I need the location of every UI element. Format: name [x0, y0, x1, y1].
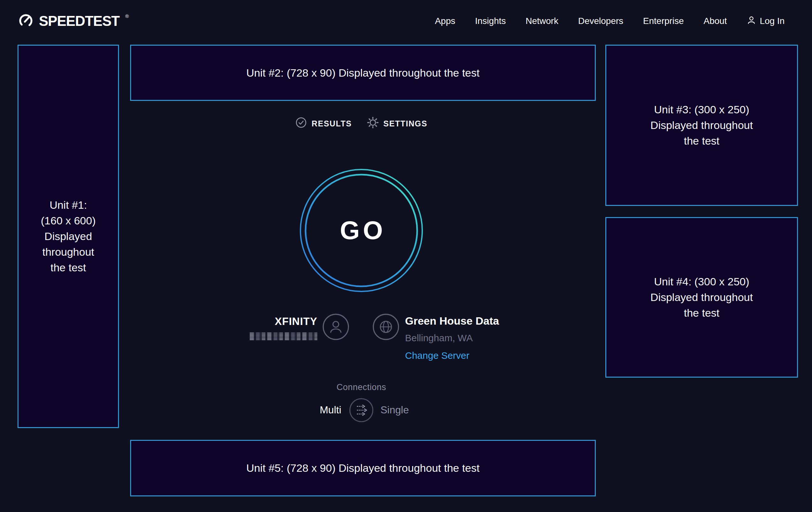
- ad-unit-1: Unit #1: (160 x 600) Displayed throughou…: [18, 45, 119, 428]
- ad-unit-4-label: Unit #4: (300 x 250) Displayed throughou…: [650, 274, 753, 321]
- isp-name: XFINITY: [250, 315, 317, 327]
- tab-results[interactable]: RESULTS: [295, 117, 352, 130]
- isp-user-icon: [322, 314, 349, 340]
- ad-unit-3: Unit #3: (300 x 250) Displayed throughou…: [605, 45, 798, 206]
- gauge-icon: [18, 12, 34, 30]
- tab-settings[interactable]: SETTINGS: [367, 117, 427, 130]
- nav-item-insights[interactable]: Insights: [475, 16, 506, 26]
- nav-item-about[interactable]: About: [703, 16, 727, 26]
- nav-item-enterprise[interactable]: Enterprise: [643, 16, 684, 26]
- ad-unit-4: Unit #4: (300 x 250) Displayed throughou…: [605, 217, 798, 378]
- go-label: GO: [299, 168, 424, 293]
- nav-item-apps[interactable]: Apps: [435, 16, 456, 26]
- ad-unit-1-label: Unit #1: (160 x 600) Displayed throughou…: [41, 197, 96, 275]
- registered-mark: ®: [125, 14, 129, 19]
- isp-info: XFINITY: [250, 315, 317, 340]
- speedtest-page: SPEEDTEST® Apps Insights Network Develop…: [0, 0, 812, 512]
- login-button[interactable]: Log In: [747, 15, 785, 27]
- go-button[interactable]: GO: [299, 168, 424, 293]
- ad-unit-3-label: Unit #3: (300 x 250) Displayed throughou…: [650, 102, 753, 149]
- tabs-bar: RESULTS SETTING: [295, 117, 427, 130]
- speedtest-logo[interactable]: SPEEDTEST®: [18, 12, 128, 30]
- change-server-link[interactable]: Change Server: [405, 350, 469, 361]
- server-location: Bellingham, WA: [405, 332, 499, 344]
- ad-unit-5: Unit #5: (728 x 90) Displayed throughout…: [130, 440, 596, 496]
- gear-icon: [367, 117, 379, 130]
- ad-unit-2-label: Unit #2: (728 x 90) Displayed throughout…: [246, 65, 480, 81]
- ad-unit-5-label: Unit #5: (728 x 90) Displayed throughout…: [246, 460, 480, 476]
- login-label: Log In: [760, 16, 785, 26]
- ad-unit-2: Unit #2: (728 x 90) Displayed throughout…: [130, 45, 596, 101]
- server-name: Green House Data: [405, 315, 499, 327]
- redacted-ip-blur: [250, 332, 317, 340]
- tab-settings-label: SETTINGS: [383, 119, 427, 128]
- nav-item-network[interactable]: Network: [526, 16, 558, 26]
- check-circle-icon: [295, 117, 307, 130]
- connections-single-option[interactable]: Single: [380, 404, 409, 416]
- tab-results-label: RESULTS: [312, 119, 352, 128]
- connections-toggle[interactable]: [349, 398, 374, 423]
- server-info: Green House Data Bellingham, WA Change S…: [405, 315, 499, 361]
- user-icon: [747, 15, 756, 27]
- connections-title: Connections: [337, 382, 386, 392]
- logo-wordmark: SPEEDTEST: [39, 13, 120, 29]
- header: SPEEDTEST® Apps Insights Network Develop…: [0, 0, 812, 42]
- connections-multi-option[interactable]: Multi: [320, 404, 341, 416]
- main-nav: Apps Insights Network Developers Enterpr…: [435, 15, 785, 27]
- nav-item-developers[interactable]: Developers: [578, 16, 624, 26]
- globe-icon: [373, 314, 399, 340]
